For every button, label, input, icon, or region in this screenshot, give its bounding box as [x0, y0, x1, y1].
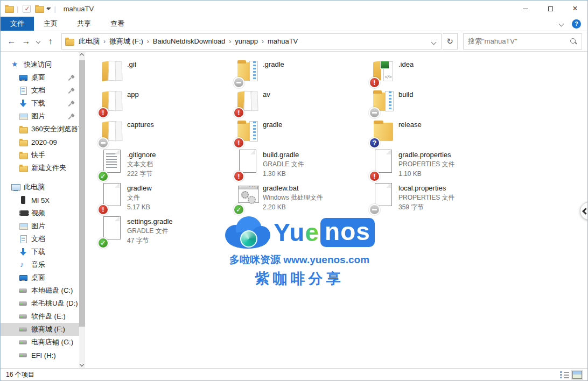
sidebar-item[interactable]: MI 5X: [1, 194, 79, 207]
sync-status-badge: [233, 107, 244, 118]
sync-status-badge: [97, 237, 109, 249]
pin-icon: [69, 75, 75, 81]
sync-status-badge: [369, 107, 380, 118]
close-button[interactable]: ×: [563, 1, 587, 17]
file-name: captures: [127, 120, 154, 129]
file-tile[interactable]: .git: [100, 58, 236, 88]
details-view-button[interactable]: [559, 371, 569, 379]
sidebar-item-icon: [19, 222, 27, 230]
file-type: PROPERTIES 文件: [398, 193, 454, 202]
breadcrumb-segment[interactable]: mahuaTV: [265, 36, 300, 46]
ribbon-tab[interactable]: 查看: [101, 17, 134, 31]
sidebar-item-label: 音乐: [31, 260, 45, 270]
ribbon-tab[interactable]: 共享: [67, 17, 101, 31]
file-tile[interactable]: av: [236, 88, 372, 118]
sidebar-item[interactable]: 软件盘 (E:): [1, 310, 79, 323]
sidebar-item[interactable]: 2020-09: [1, 136, 79, 149]
forward-button[interactable]: →: [19, 34, 33, 49]
file-tile[interactable]: release: [372, 118, 507, 149]
up-button[interactable]: ↑: [44, 34, 57, 49]
sync-status-badge: [97, 137, 109, 149]
sidebar-item[interactable]: 快手: [1, 149, 79, 161]
thumbnail-view-button[interactable]: [572, 371, 582, 379]
sidebar-item-label: 本地磁盘 (C:): [31, 286, 73, 295]
help-icon[interactable]: ?: [572, 19, 581, 29]
customize-toolbar-icon[interactable]: [46, 7, 51, 11]
breadcrumb-segment[interactable]: BaiduNetdiskDownload: [150, 36, 228, 46]
sidebar-item-icon: [19, 112, 27, 121]
sidebar-item[interactable]: 微商城 (F:): [1, 323, 79, 336]
scrollbar-thumb[interactable]: [79, 60, 85, 327]
sidebar-scrollbar[interactable]: [79, 52, 85, 369]
breadcrumb: 此电脑 › 微商城 (F:) › BaiduNetdiskDownload ›: [76, 36, 430, 47]
ribbon-tab[interactable]: 文件: [1, 17, 34, 31]
breadcrumb-separator-icon: ›: [146, 38, 150, 45]
file-tile[interactable]: app: [100, 88, 236, 118]
sidebar-item-label: 下载: [31, 98, 45, 108]
search-box[interactable]: [463, 33, 582, 50]
sidebar-item[interactable]: 下载: [1, 97, 79, 110]
sidebar-item[interactable]: 快速访问: [1, 58, 79, 71]
file-tile[interactable]: .idea: [372, 58, 507, 88]
file-tile[interactable]: local.properties PROPERTIES 文件 359 字节: [372, 182, 507, 215]
scroll-down-icon[interactable]: [80, 362, 84, 366]
properties-icon[interactable]: [23, 5, 31, 13]
file-name: release: [398, 120, 422, 129]
app-folder-icon: [5, 5, 13, 12]
file-tile[interactable]: gradle.properties PROPERTIES 文件 1.10 KB: [372, 149, 507, 182]
expand-ribbon-icon[interactable]: [559, 21, 564, 26]
breadcrumb-separator-icon: ›: [102, 38, 107, 45]
address-dropdown-icon[interactable]: [430, 37, 438, 46]
ribbon-tab[interactable]: 主页: [34, 17, 67, 31]
minimize-button[interactable]: [513, 1, 538, 17]
sidebar-item[interactable]: 此电脑: [1, 181, 79, 194]
sidebar-item[interactable]: 文档: [1, 232, 79, 245]
sidebar-item[interactable]: 文档: [1, 84, 79, 97]
sidebar-item[interactable]: 360安全浏览器下: [1, 123, 79, 136]
breadcrumb-segment[interactable]: 此电脑: [76, 36, 102, 47]
sidebar-item[interactable]: 视频: [1, 207, 79, 220]
file-tile[interactable]: .gradle: [236, 58, 372, 88]
address-box[interactable]: 此电脑 › 微商城 (F:) › BaiduNetdiskDownload ›: [61, 33, 442, 50]
sidebar-item[interactable]: 老毛桃U盘 (D:): [1, 297, 79, 310]
sync-status-badge: [233, 171, 244, 182]
sidebar-item[interactable]: 桌面: [1, 71, 79, 84]
file-tile[interactable]: gradlew.bat Windows 批处理文件 2.20 KB: [236, 182, 372, 215]
sidebar-item-label: 软件盘 (E:): [31, 312, 66, 321]
maximize-button[interactable]: [538, 1, 563, 17]
file-tile[interactable]: build: [372, 88, 507, 118]
back-button[interactable]: ←: [5, 34, 18, 49]
sidebar-item[interactable]: 桌面: [1, 271, 79, 284]
file-tile[interactable]: .gitignore 文本文档 222 字节: [100, 149, 236, 182]
maximize-icon: [548, 6, 553, 11]
sidebar-item[interactable]: 新建文件夹: [1, 161, 79, 174]
refresh-button[interactable]: ↻: [443, 33, 458, 50]
sidebar-item[interactable]: 图片: [1, 110, 79, 123]
breadcrumb-segment[interactable]: 微商城 (F:): [107, 36, 146, 47]
file-tile[interactable]: settings.gradle GRADLE 文件 47 字节: [100, 215, 236, 249]
sidebar-item[interactable]: EFI (H:): [1, 349, 79, 362]
file-name: app: [127, 90, 139, 99]
file-tile[interactable]: captures: [100, 118, 236, 149]
sidebar-item[interactable]: 音乐: [1, 258, 79, 271]
scroll-up-icon[interactable]: [80, 53, 84, 58]
sidebar-item[interactable]: 电商店铺 (G:): [1, 336, 79, 349]
sidebar-item-label: 桌面: [31, 73, 45, 82]
sidebar-item-label: 快速访问: [24, 60, 52, 69]
sync-status-badge: [97, 107, 109, 118]
sidebar-item[interactable]: 图片: [1, 220, 79, 232]
recent-locations-icon[interactable]: [34, 34, 43, 49]
search-input[interactable]: [468, 37, 570, 45]
file-tile[interactable]: build.gradle GRADLE 文件 1.30 KB: [236, 149, 372, 182]
sync-status-badge: [97, 171, 109, 182]
file-list-area: .git .gradle: [88, 52, 587, 369]
file-tile[interactable]: gradlew 文件 5.17 KB: [100, 182, 236, 215]
breadcrumb-segment[interactable]: yunapp: [232, 36, 261, 46]
sidebar-item[interactable]: 本地磁盘 (C:): [1, 284, 79, 297]
file-name: build: [398, 90, 413, 99]
new-folder-icon[interactable]: [35, 5, 44, 12]
pin-icon: [69, 114, 75, 119]
file-type: 文本文档: [127, 159, 156, 169]
file-tile[interactable]: gradle: [236, 118, 372, 149]
sidebar-item[interactable]: 下载: [1, 245, 79, 258]
